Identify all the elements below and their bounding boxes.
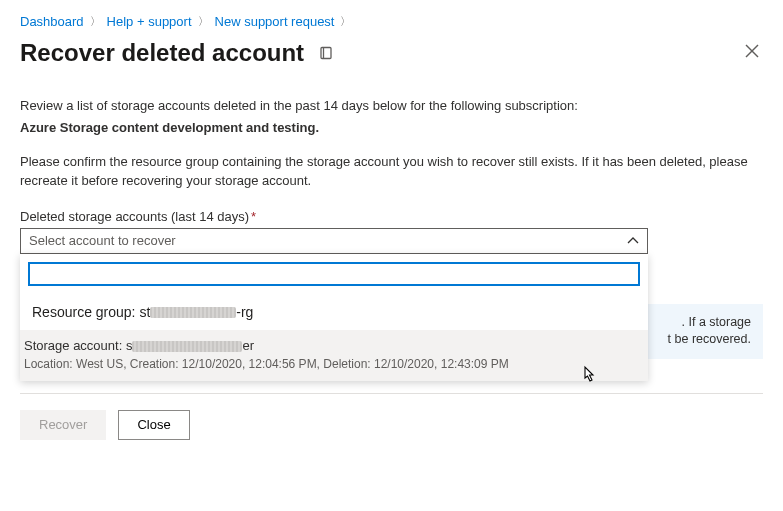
deleted-accounts-select[interactable]: Select account to recover (20, 228, 648, 254)
close-icon[interactable] (741, 40, 763, 66)
chevron-right-icon: 〉 (90, 14, 101, 29)
chevron-right-icon: 〉 (198, 14, 209, 29)
recover-button[interactable]: Recover (20, 410, 106, 440)
storage-account-option[interactable]: Storage account: ser Location: West US, … (20, 330, 648, 381)
breadcrumb-dashboard[interactable]: Dashboard (20, 14, 84, 29)
breadcrumb-help-support[interactable]: Help + support (107, 14, 192, 29)
confirm-text: Please confirm the resource group contai… (20, 153, 763, 191)
resource-group-header: Resource group: st-rg (28, 296, 640, 330)
dropdown-search-input[interactable] (28, 262, 640, 286)
footer-actions: Recover Close (20, 394, 763, 460)
breadcrumb: Dashboard 〉 Help + support 〉 New support… (20, 14, 763, 29)
chevron-up-icon (627, 234, 639, 248)
title-bar: Recover deleted account (20, 39, 763, 67)
dropdown-panel: Resource group: st-rg Storage account: s… (20, 254, 648, 381)
intro-text: Review a list of storage accounts delete… (20, 97, 763, 116)
svg-rect-0 (321, 48, 331, 59)
page-title: Recover deleted account (20, 39, 304, 67)
pin-icon[interactable] (318, 45, 334, 61)
redacted-text (132, 341, 242, 352)
field-label: Deleted storage accounts (last 14 days)* (20, 209, 763, 224)
option-meta: Location: West US, Creation: 12/10/2020,… (24, 357, 644, 371)
chevron-right-icon: 〉 (340, 14, 351, 29)
redacted-text (150, 307, 236, 318)
breadcrumb-new-request[interactable]: New support request (215, 14, 335, 29)
option-title: Storage account: ser (24, 338, 644, 353)
subscription-name: Azure Storage content development and te… (20, 120, 763, 135)
required-marker: * (251, 209, 256, 224)
select-placeholder: Select account to recover (29, 233, 176, 248)
close-button[interactable]: Close (118, 410, 189, 440)
